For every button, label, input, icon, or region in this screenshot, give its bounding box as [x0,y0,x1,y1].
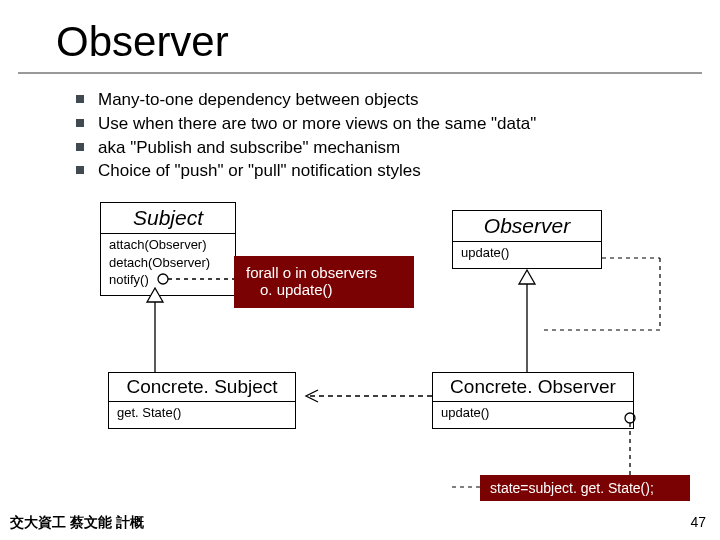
uml-op: notify() [109,271,227,289]
uml-op: detach(Observer) [109,254,227,272]
bullet-item: Use when there are two or more views on … [76,112,720,136]
uml-op: update() [441,404,625,422]
uml-op: get. State() [117,404,287,422]
svg-point-10 [625,413,635,423]
bullet-item: aka "Publish and subscribe" mechanism [76,136,720,160]
svg-point-0 [158,274,168,284]
bullet-item: Many-to-one dependency between objects [76,88,720,112]
bullet-item: Choice of "push" or "pull" notification … [76,159,720,183]
uml-class-title: Subject [101,203,235,234]
page-number: 47 [690,514,706,530]
uml-diagram: Subject attach(Observer) detach(Observer… [0,0,720,540]
footer-credit: 交大資工 蔡文能 計概 [10,514,144,532]
uml-note-state: state=subject. get. State(); [480,475,690,501]
uml-class-concrete-subject: Concrete. Subject get. State() [108,372,296,429]
uml-op: attach(Observer) [109,236,227,254]
uml-note-text: state=subject. get. State(); [490,480,654,496]
uml-class-concrete-observer: Concrete. Observer update() [432,372,634,429]
uml-class-ops: update() [433,402,633,428]
uml-note-line: forall o in observers [246,264,402,281]
uml-class-observer: Observer update() [452,210,602,269]
uml-class-ops: get. State() [109,402,295,428]
uml-note-notify: forall o in observers o. update() [234,256,414,308]
uml-class-title: Concrete. Subject [109,373,295,402]
uml-connectors [0,0,720,540]
svg-marker-4 [519,270,535,284]
uml-op: update() [461,244,593,262]
uml-class-ops: update() [453,242,601,268]
uml-note-line: o. update() [246,281,402,298]
uml-class-title: Observer [453,211,601,242]
uml-class-subject: Subject attach(Observer) detach(Observer… [100,202,236,296]
page-title: Observer [0,0,720,72]
uml-class-ops: attach(Observer) detach(Observer) notify… [101,234,235,295]
title-rule [18,72,702,74]
uml-class-title: Concrete. Observer [433,373,633,402]
bullet-list: Many-to-one dependency between objects U… [0,88,720,183]
svg-marker-2 [147,288,163,302]
